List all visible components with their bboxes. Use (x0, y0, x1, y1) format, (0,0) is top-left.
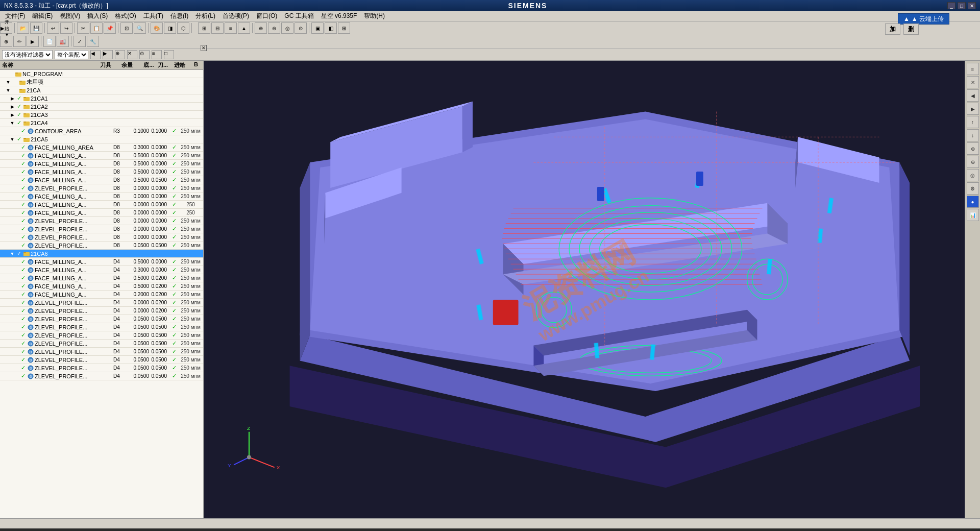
rs-btn-zoomin[interactable]: ⊕ (967, 142, 979, 155)
zoom-fit-button[interactable]: ⊡ (120, 22, 133, 34)
tree-row[interactable]: ✓⚙ZLEVEL_PROFILE...D80.00000.0000✓250 мп… (0, 217, 203, 225)
copy-button[interactable]: 📋 (90, 22, 103, 34)
tree-row[interactable]: ▼✓21CA4 (0, 119, 203, 127)
tree-row[interactable]: ✓⚙FACE_MILLING_A...D80.00000.0000✓250 (0, 209, 203, 217)
op-btn-3[interactable]: ◎ (281, 22, 293, 34)
tree-row[interactable]: ✓⚙FACE_MILLING_A...D40.50000.0200✓250 мп… (0, 274, 203, 282)
op-btn-4[interactable]: ⊙ (295, 22, 307, 34)
shopfloor-btn[interactable]: 🏭 (57, 36, 69, 47)
view-btn-2[interactable]: ◧ (325, 22, 337, 34)
shade-button[interactable]: ◨ (164, 22, 176, 34)
menu-item-格式[interactable]: 格式(O) (112, 11, 139, 21)
open-button[interactable]: 📂 (17, 22, 29, 34)
rs-btn-menu[interactable]: ≡ (967, 63, 979, 75)
tree-row[interactable]: ▶✓21CA2 (0, 103, 203, 111)
tree-row[interactable]: ✓⚙ZLEVEL_PROFILE...D40.05000.0500✓250 мп… (0, 315, 203, 323)
tree-row[interactable]: ✓⚙FACE_MILLING_A...D80.00000.0000✓250 мп… (0, 192, 203, 201)
expand-icon[interactable]: ▼ (5, 88, 11, 93)
rs-btn-right[interactable]: ▶ (967, 103, 979, 115)
menu-item-插入[interactable]: 插入(S) (84, 11, 111, 21)
tree-row[interactable]: ✓⚙ZLEVEL_PROFILE...D80.00000.0000✓250 мп… (0, 225, 203, 233)
tree-row[interactable]: ✓⚙ZLEVEL_PROFILE...D40.05000.0500✓250 мп… (0, 348, 203, 356)
start-button[interactable]: ▶ 开始▼ (0, 22, 12, 34)
menu-item-信息[interactable]: 信息(I) (167, 11, 191, 21)
tree-row[interactable]: ✓⚙FACE_MILLING_A...D40.50000.0000✓250 мп… (0, 258, 203, 266)
filter-btn-5[interactable]: ⊙ (139, 50, 150, 59)
view-btn-3[interactable]: ⊞ (338, 22, 350, 34)
panel-close-button[interactable]: ✕ (201, 45, 207, 51)
tree-row[interactable]: ✓⚙ZLEVEL_PROFILE...D40.05000.0500✓250 мп… (0, 331, 203, 340)
menu-item-分析[interactable]: 分析(L) (192, 11, 218, 21)
rs-btn-rotate[interactable]: ◎ (967, 169, 979, 181)
filter-btn-2[interactable]: ▶ (103, 50, 113, 59)
save-button[interactable]: 💾 (30, 22, 42, 34)
tree-row[interactable]: NC_PROGRAM (0, 70, 203, 78)
zoom-in-button[interactable]: 🔍 (134, 22, 146, 34)
filter-btn-6[interactable]: ≡ (152, 50, 162, 59)
tree-row[interactable]: ▼✓21CA6 (0, 250, 203, 258)
filter-btn-7[interactable]: □ (164, 50, 174, 59)
expand-icon[interactable]: ▼ (9, 251, 15, 256)
cut-button[interactable]: ✂ (77, 22, 89, 34)
tree-row[interactable]: ✓⚙ZLEVEL_PROFILE...D80.00000.0000✓250 мп… (0, 184, 203, 192)
tree-row[interactable]: ✓⚙ZLEVEL_PROFILE...D40.05000.0500✓250 мп… (0, 340, 203, 348)
tree-row[interactable]: ✓⚙ZLEVEL_PROFILE...D80.05000.0500✓250 мп… (0, 242, 203, 250)
tree-row[interactable]: ✓⚙ZLEVEL_PROFILE...D40.05000.0500✓250 мп… (0, 372, 203, 380)
rs-btn-close[interactable]: ✕ (967, 76, 979, 88)
filter-btn-3[interactable]: ⊕ (115, 50, 125, 59)
filter-btn-1[interactable]: ◀ (90, 50, 101, 59)
minimize-button[interactable]: _ (947, 2, 955, 9)
expand-icon[interactable]: ▶ (9, 112, 15, 117)
nav-btn-3[interactable]: ≡ (225, 22, 237, 34)
tree-row[interactable]: ✓⚙ZLEVEL_PROFILE...D80.00000.0000✓250 мп… (0, 233, 203, 242)
close-button[interactable]: ✕ (968, 2, 976, 9)
add-operation-button[interactable]: 加 (885, 23, 900, 35)
rs-btn-settings[interactable]: ⚙ (967, 182, 979, 195)
tree-row[interactable]: ▶✓21CA1 (0, 94, 203, 103)
nav-btn-2[interactable]: ⊟ (211, 22, 224, 34)
tree-row[interactable]: ▼21CA (0, 86, 203, 94)
menu-item-星空 v6.935F[interactable]: 星空 v6.935F (318, 11, 360, 21)
expand-icon[interactable]: ▼ (9, 137, 15, 142)
filter-dropdown[interactable]: 没有选择过滤器 (2, 50, 53, 59)
delete-operation-button[interactable]: 删 (903, 23, 919, 35)
tree-row[interactable]: ✓⚙ZLEVEL_PROFILE...D40.00000.0200✓250 мп… (0, 299, 203, 307)
tree-row[interactable]: ✓⚙ZLEVEL_PROFILE...D40.05000.0500✓250 мп… (0, 364, 203, 372)
menu-item-首选项[interactable]: 首选项(P) (219, 11, 252, 21)
op-create-btn[interactable]: ⊕ (0, 36, 12, 47)
undo-button[interactable]: ↩ (47, 22, 59, 34)
tree-row[interactable]: ✓⚙FACE_MILLING_A...D80.50000.0000✓250 мп… (0, 168, 203, 176)
menu-item-视图[interactable]: 视图(V) (57, 11, 83, 21)
post-process-btn[interactable]: 📄 (43, 36, 56, 47)
nav-btn-4[interactable]: ▲ (238, 22, 250, 34)
expand-icon[interactable]: ▶ (9, 104, 15, 109)
maximize-button[interactable]: □ (958, 2, 966, 9)
tree-row[interactable]: ✓⚙FACE_MILLING_A...D80.00000.0000✓250 (0, 201, 203, 209)
tree-row[interactable]: ✓⚙FACE_MILLING_A...D40.50000.0200✓250 мп… (0, 282, 203, 291)
expand-icon[interactable]: ▶ (9, 96, 15, 101)
tree-row[interactable]: ▼✓21CA5 (0, 135, 203, 143)
filter-btn-4[interactable]: ✕ (127, 50, 137, 59)
tree-row[interactable]: ▶✓21CA3 (0, 111, 203, 119)
rs-btn-zoomout[interactable]: ⊖ (967, 156, 979, 168)
tree-row[interactable]: ✓⚙FACE_MILLING_A...D40.30000.0000✓250 мп… (0, 266, 203, 274)
3d-viewport[interactable]: X Z Y 泥资料网 www.pmug.cn (204, 61, 965, 518)
cloud-upload-button[interactable]: ▲ ▲ 云端上传 (898, 13, 949, 25)
tree-row[interactable]: ✓⚙FACE_MILLING_A...D80.50000.0000✓250 мп… (0, 152, 203, 160)
menu-item-编辑[interactable]: 编辑(E) (29, 11, 56, 21)
tree-row[interactable]: ✓⚙CONTOUR_AREAR30.10000.1000✓250 мпм (0, 127, 203, 135)
tree-row[interactable]: ✓⚙FACE_MILLING_A...D80.50000.0500✓250 мп… (0, 176, 203, 184)
view-btn-1[interactable]: ▣ (311, 22, 324, 34)
assembly-dropdown[interactable]: 整个装配 (55, 50, 88, 59)
menu-item-帮助[interactable]: 帮助(H) (361, 11, 388, 21)
expand-icon[interactable]: ▼ (9, 120, 15, 126)
menu-item-窗口[interactable]: 窗口(O) (253, 11, 280, 21)
menu-item-工具[interactable]: 工具(T) (140, 11, 166, 21)
tree-row[interactable]: ▼未用项 (0, 78, 203, 86)
tool-btn-a[interactable]: 🔧 (87, 36, 99, 47)
verify-btn[interactable]: ✓ (74, 36, 86, 47)
menu-item-GC 工具箱[interactable]: GC 工具箱 (281, 11, 316, 21)
tree-row[interactable]: ✓⚙FACE_MILLING_AREAD80.30000.0000✓250 мп… (0, 143, 203, 152)
tree-row[interactable]: ✓⚙ZLEVEL_PROFILE...D40.05000.0500✓250 мп… (0, 356, 203, 364)
render-button[interactable]: 🎨 (151, 22, 163, 34)
